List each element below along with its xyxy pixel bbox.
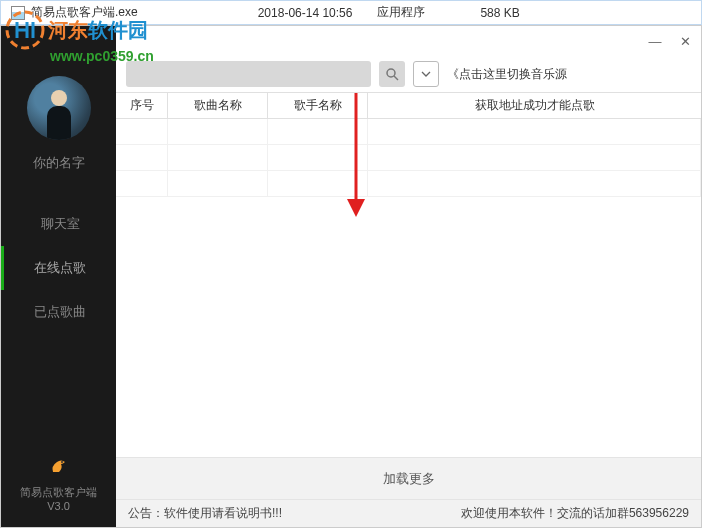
file-name: 简易点歌客户端.exe (31, 4, 138, 21)
source-hint: 《点击这里切换音乐源 (447, 66, 567, 83)
user-name: 你的名字 (33, 154, 85, 172)
avatar[interactable] (27, 76, 91, 140)
table-header: 序号 歌曲名称 歌手名称 获取地址成功才能点歌 (116, 93, 701, 119)
file-type: 应用程序 (377, 4, 425, 21)
sidebar: 你的名字 聊天室 在线点歌 已点歌曲 简易点歌客户端 V3.0 (1, 26, 116, 527)
th-artist: 歌手名称 (268, 93, 368, 118)
sidebar-footer: 简易点歌客户端 V3.0 (20, 454, 97, 512)
search-row: 《点击这里切换音乐源 (116, 56, 701, 92)
search-button[interactable] (379, 61, 405, 87)
song-table: 序号 歌曲名称 歌手名称 获取地址成功才能点歌 (116, 92, 701, 457)
svg-marker-5 (347, 199, 365, 217)
nav-chatroom[interactable]: 聊天室 (1, 202, 116, 246)
table-body (116, 119, 701, 457)
table-row (116, 119, 701, 145)
title-bar: — ✕ (116, 26, 701, 56)
minimize-button[interactable]: — (647, 33, 663, 49)
chevron-down-icon (421, 71, 431, 77)
app-window: 你的名字 聊天室 在线点歌 已点歌曲 简易点歌客户端 V3.0 — ✕ 《点击这… (0, 25, 702, 528)
nav: 聊天室 在线点歌 已点歌曲 (1, 202, 116, 334)
svg-line-3 (394, 76, 398, 80)
bird-icon (47, 454, 71, 478)
th-song-name: 歌曲名称 (168, 93, 268, 118)
file-size: 588 KB (480, 6, 519, 20)
nav-request-song[interactable]: 在线点歌 (1, 246, 116, 290)
app-version: V3.0 (20, 500, 97, 512)
file-explorer-row[interactable]: 简易点歌客户端.exe 2018-06-14 10:56 应用程序 588 KB (0, 0, 702, 25)
load-more-button[interactable]: 加载更多 (116, 457, 701, 499)
notice-bar: 公告：软件使用请看说明书!!! 欢迎使用本软件！交流的话加群563956229 (116, 499, 701, 527)
main-panel: — ✕ 《点击这里切换音乐源 序号 歌曲名称 歌手名称 获取地址成功才能点歌 (116, 26, 701, 527)
th-url-status: 获取地址成功才能点歌 (368, 93, 701, 118)
notice-right: 欢迎使用本软件！交流的话加群563956229 (461, 505, 689, 522)
file-date: 2018-06-14 10:56 (258, 6, 353, 20)
nav-requested-songs[interactable]: 已点歌曲 (1, 290, 116, 334)
app-name: 简易点歌客户端 (20, 485, 97, 500)
table-row (116, 145, 701, 171)
search-input[interactable] (126, 61, 371, 87)
close-button[interactable]: ✕ (677, 33, 693, 49)
svg-point-1 (61, 461, 63, 463)
source-dropdown[interactable] (413, 61, 439, 87)
search-icon (385, 67, 399, 81)
table-row (116, 171, 701, 197)
exe-icon (11, 6, 25, 20)
notice-left: 公告：软件使用请看说明书!!! (128, 505, 282, 522)
svg-point-2 (387, 69, 395, 77)
th-index: 序号 (116, 93, 168, 118)
